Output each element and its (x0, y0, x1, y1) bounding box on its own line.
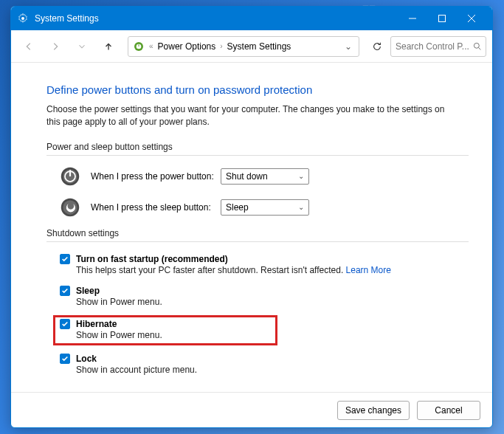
svg-point-11 (474, 43, 479, 48)
option-label: Hibernate (76, 319, 117, 329)
save-button[interactable]: Save changes (337, 401, 410, 420)
page-description: Choose the power settings that you want … (46, 103, 460, 128)
option-fast-startup: Turn on fast startup (recommended) This … (60, 252, 469, 277)
svg-line-12 (479, 48, 481, 50)
section-title-shutdown: Shutdown settings (46, 228, 469, 238)
cancel-button[interactable]: Cancel (417, 401, 480, 420)
chevron-down-icon: ⌄ (298, 203, 304, 211)
up-button[interactable] (97, 35, 120, 58)
breadcrumb-item[interactable]: Power Options (158, 41, 216, 52)
option-lock: Lock Show in account picture menu. (60, 352, 469, 376)
shutdown-settings-list: Turn on fast startup (recommended) This … (46, 252, 469, 376)
refresh-button[interactable] (367, 36, 387, 57)
footer: Save changes Cancel (11, 392, 492, 427)
select-value: Shut down (226, 171, 268, 182)
breadcrumb-prefix: « (149, 42, 153, 50)
recent-button[interactable] (70, 35, 94, 58)
select-value: Sleep (226, 202, 249, 213)
learn-more-link[interactable]: Learn More (346, 265, 391, 275)
power-button-row: When I press the power button: Shut down… (46, 166, 469, 187)
search-box[interactable] (390, 36, 486, 57)
svg-rect-6 (439, 16, 446, 22)
content-area: Define power buttons and turn on passwor… (11, 63, 492, 392)
sleep-button-row: When I press the sleep button: Sleep ⌄ (46, 197, 469, 218)
window-title: System Settings (35, 13, 398, 24)
option-label: Lock (76, 354, 97, 364)
back-button[interactable] (17, 35, 41, 58)
address-bar[interactable]: « Power Options › System Settings ⌄ (128, 36, 359, 57)
sleep-button-icon (60, 197, 80, 218)
option-sub: This helps start your PC faster after sh… (76, 265, 469, 275)
sleep-button-label: When I press the sleep button: (91, 202, 221, 213)
address-dropdown[interactable]: ⌄ (342, 41, 354, 52)
divider (46, 155, 469, 156)
checkbox-lock[interactable] (60, 354, 70, 364)
maximize-button[interactable] (427, 7, 457, 30)
option-hibernate: Hibernate Show in Power menu. (54, 316, 277, 345)
close-button[interactable] (457, 7, 486, 30)
forward-button[interactable] (44, 35, 67, 58)
option-sub: Show in account picture menu. (76, 365, 469, 375)
power-button-label: When I press the power button: (91, 171, 221, 182)
page-heading: Define power buttons and turn on passwor… (46, 83, 469, 96)
sleep-button-select[interactable]: Sleep ⌄ (221, 199, 309, 216)
titlebar: System Settings (11, 7, 492, 30)
chevron-right-icon: › (220, 42, 222, 50)
section-title-buttons: Power and sleep button settings (46, 142, 469, 152)
power-button-select[interactable]: Shut down ⌄ (221, 168, 309, 185)
option-sleep: Sleep Show in Power menu. (60, 284, 469, 309)
option-label: Sleep (76, 286, 100, 296)
settings-icon (17, 13, 29, 24)
power-button-icon (60, 166, 80, 187)
option-label: Turn on fast startup (recommended) (76, 254, 228, 264)
breadcrumb-item[interactable]: System Settings (227, 41, 291, 52)
power-options-icon (133, 41, 145, 52)
option-sub: Show in Power menu. (76, 297, 469, 307)
divider (46, 241, 469, 242)
window: System Settings « (10, 6, 493, 428)
minimize-button[interactable] (398, 7, 427, 30)
checkbox-hibernate[interactable] (60, 319, 70, 329)
chevron-down-icon: ⌄ (298, 172, 304, 180)
checkbox-fast-startup[interactable] (60, 254, 70, 264)
search-input[interactable] (396, 41, 469, 52)
toolbar: « Power Options › System Settings ⌄ (11, 30, 492, 63)
search-icon (473, 41, 481, 51)
option-sub: Show in Power menu. (76, 330, 271, 340)
svg-point-4 (21, 17, 24, 20)
checkbox-sleep[interactable] (60, 286, 70, 296)
